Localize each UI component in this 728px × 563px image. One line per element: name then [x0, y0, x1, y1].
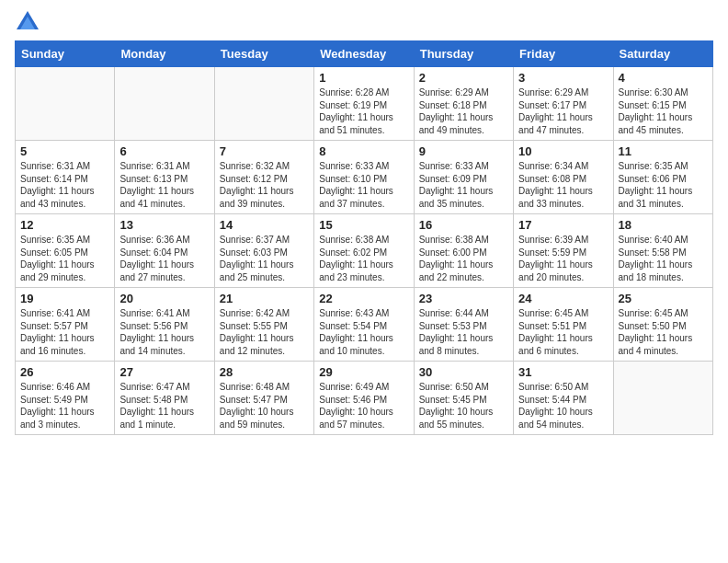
- column-header-thursday: Thursday: [414, 41, 513, 67]
- day-number: 10: [518, 144, 608, 158]
- day-number: 6: [119, 144, 209, 158]
- calendar-cell: 23Sunrise: 6:44 AMSunset: 5:53 PMDayligh…: [414, 288, 513, 362]
- day-number: 11: [619, 144, 708, 158]
- column-header-sunday: Sunday: [16, 41, 115, 67]
- calendar-cell: 8Sunrise: 6:33 AMSunset: 6:10 PMDaylight…: [314, 141, 414, 214]
- calendar-cell: [613, 362, 712, 435]
- calendar-cell: 17Sunrise: 6:39 AMSunset: 5:59 PMDayligh…: [514, 214, 613, 288]
- column-header-monday: Monday: [115, 41, 214, 67]
- day-info: Sunrise: 6:48 AMSunset: 5:47 PMDaylight:…: [220, 381, 309, 431]
- day-number: 28: [220, 365, 309, 379]
- calendar-cell: 30Sunrise: 6:50 AMSunset: 5:45 PMDayligh…: [414, 362, 513, 435]
- calendar-cell: 12Sunrise: 6:35 AMSunset: 6:05 PMDayligh…: [16, 214, 115, 288]
- day-info: Sunrise: 6:33 AMSunset: 6:09 PMDaylight:…: [419, 160, 508, 210]
- calendar-cell: [16, 67, 115, 141]
- column-header-saturday: Saturday: [613, 41, 712, 67]
- column-header-friday: Friday: [514, 41, 613, 67]
- day-info: Sunrise: 6:41 AMSunset: 5:57 PMDaylight:…: [20, 307, 109, 357]
- day-number: 1: [319, 71, 408, 85]
- day-number: 26: [20, 365, 109, 379]
- calendar-cell: [214, 67, 313, 141]
- day-number: 2: [419, 71, 508, 85]
- calendar-cell: 21Sunrise: 6:42 AMSunset: 5:55 PMDayligh…: [214, 288, 313, 362]
- day-info: Sunrise: 6:33 AMSunset: 6:10 PMDaylight:…: [319, 160, 408, 210]
- day-number: 5: [20, 144, 109, 158]
- day-info: Sunrise: 6:45 AMSunset: 5:50 PMDaylight:…: [619, 307, 708, 357]
- week-row-3: 12Sunrise: 6:35 AMSunset: 6:05 PMDayligh…: [16, 214, 713, 288]
- day-info: Sunrise: 6:41 AMSunset: 5:56 PMDaylight:…: [119, 307, 209, 357]
- day-number: 4: [619, 71, 708, 85]
- calendar-cell: 2Sunrise: 6:29 AMSunset: 6:18 PMDaylight…: [414, 67, 513, 141]
- day-number: 13: [119, 218, 209, 232]
- day-number: 30: [419, 365, 508, 379]
- day-number: 20: [119, 292, 209, 305]
- calendar-cell: 24Sunrise: 6:45 AMSunset: 5:51 PMDayligh…: [514, 288, 613, 362]
- calendar-cell: 18Sunrise: 6:40 AMSunset: 5:58 PMDayligh…: [613, 214, 712, 288]
- calendar-cell: 9Sunrise: 6:33 AMSunset: 6:09 PMDaylight…: [414, 141, 513, 214]
- calendar-cell: 16Sunrise: 6:38 AMSunset: 6:00 PMDayligh…: [414, 214, 513, 288]
- day-info: Sunrise: 6:50 AMSunset: 5:45 PMDaylight:…: [419, 381, 508, 431]
- day-info: Sunrise: 6:49 AMSunset: 5:46 PMDaylight:…: [319, 381, 408, 431]
- calendar-cell: 15Sunrise: 6:38 AMSunset: 6:02 PMDayligh…: [314, 214, 414, 288]
- day-number: 24: [518, 292, 608, 305]
- calendar-cell: 11Sunrise: 6:35 AMSunset: 6:06 PMDayligh…: [613, 141, 712, 214]
- day-info: Sunrise: 6:45 AMSunset: 5:51 PMDaylight:…: [518, 307, 608, 357]
- calendar-cell: 1Sunrise: 6:28 AMSunset: 6:19 PMDaylight…: [314, 67, 414, 141]
- calendar-cell: 29Sunrise: 6:49 AMSunset: 5:46 PMDayligh…: [314, 362, 414, 435]
- calendar-cell: 6Sunrise: 6:31 AMSunset: 6:13 PMDaylight…: [115, 141, 214, 214]
- calendar-cell: 19Sunrise: 6:41 AMSunset: 5:57 PMDayligh…: [16, 288, 115, 362]
- header: [15, 9, 713, 35]
- calendar-cell: 4Sunrise: 6:30 AMSunset: 6:15 PMDaylight…: [613, 67, 712, 141]
- day-number: 8: [319, 144, 408, 158]
- day-number: 16: [419, 218, 508, 232]
- calendar-cell: 7Sunrise: 6:32 AMSunset: 6:12 PMDaylight…: [214, 141, 313, 214]
- day-info: Sunrise: 6:28 AMSunset: 6:19 PMDaylight:…: [319, 86, 408, 136]
- day-info: Sunrise: 6:44 AMSunset: 5:53 PMDaylight:…: [419, 307, 508, 357]
- day-number: 9: [419, 144, 508, 158]
- day-info: Sunrise: 6:29 AMSunset: 6:18 PMDaylight:…: [419, 86, 508, 136]
- calendar-cell: 26Sunrise: 6:46 AMSunset: 5:49 PMDayligh…: [16, 362, 115, 435]
- day-info: Sunrise: 6:31 AMSunset: 6:13 PMDaylight:…: [119, 160, 209, 210]
- day-number: 7: [220, 144, 309, 158]
- calendar-cell: 5Sunrise: 6:31 AMSunset: 6:14 PMDaylight…: [16, 141, 115, 214]
- day-info: Sunrise: 6:38 AMSunset: 6:00 PMDaylight:…: [419, 234, 508, 283]
- day-info: Sunrise: 6:40 AMSunset: 5:58 PMDaylight:…: [619, 234, 708, 283]
- day-info: Sunrise: 6:42 AMSunset: 5:55 PMDaylight:…: [220, 307, 309, 357]
- calendar-cell: 27Sunrise: 6:47 AMSunset: 5:48 PMDayligh…: [115, 362, 214, 435]
- day-number: 22: [319, 292, 408, 305]
- week-row-1: 1Sunrise: 6:28 AMSunset: 6:19 PMDaylight…: [16, 67, 713, 141]
- day-info: Sunrise: 6:35 AMSunset: 6:06 PMDaylight:…: [619, 160, 708, 210]
- column-header-tuesday: Tuesday: [214, 41, 313, 67]
- day-number: 12: [20, 218, 109, 232]
- calendar-cell: 25Sunrise: 6:45 AMSunset: 5:50 PMDayligh…: [613, 288, 712, 362]
- day-number: 27: [119, 365, 209, 379]
- day-number: 18: [619, 218, 708, 232]
- week-row-2: 5Sunrise: 6:31 AMSunset: 6:14 PMDaylight…: [16, 141, 713, 214]
- day-number: 17: [518, 218, 608, 232]
- day-info: Sunrise: 6:34 AMSunset: 6:08 PMDaylight:…: [518, 160, 608, 210]
- day-info: Sunrise: 6:47 AMSunset: 5:48 PMDaylight:…: [119, 381, 209, 431]
- day-number: 15: [319, 218, 408, 232]
- day-info: Sunrise: 6:31 AMSunset: 6:14 PMDaylight:…: [20, 160, 109, 210]
- calendar-cell: 28Sunrise: 6:48 AMSunset: 5:47 PMDayligh…: [214, 362, 313, 435]
- day-info: Sunrise: 6:32 AMSunset: 6:12 PMDaylight:…: [220, 160, 309, 210]
- day-number: 3: [518, 71, 608, 85]
- calendar-cell: 20Sunrise: 6:41 AMSunset: 5:56 PMDayligh…: [115, 288, 214, 362]
- calendar-header-row: SundayMondayTuesdayWednesdayThursdayFrid…: [16, 41, 713, 67]
- logo-icon: [15, 9, 40, 35]
- day-number: 25: [619, 292, 708, 305]
- calendar-cell: 22Sunrise: 6:43 AMSunset: 5:54 PMDayligh…: [314, 288, 414, 362]
- day-info: Sunrise: 6:30 AMSunset: 6:15 PMDaylight:…: [619, 86, 708, 136]
- column-header-wednesday: Wednesday: [314, 41, 414, 67]
- calendar-cell: 14Sunrise: 6:37 AMSunset: 6:03 PMDayligh…: [214, 214, 313, 288]
- day-info: Sunrise: 6:50 AMSunset: 5:44 PMDaylight:…: [518, 381, 608, 431]
- day-number: 31: [518, 365, 608, 379]
- day-number: 29: [319, 365, 408, 379]
- day-number: 19: [20, 292, 109, 305]
- day-number: 23: [419, 292, 508, 305]
- day-info: Sunrise: 6:35 AMSunset: 6:05 PMDaylight:…: [20, 234, 109, 283]
- day-info: Sunrise: 6:46 AMSunset: 5:49 PMDaylight:…: [20, 381, 109, 431]
- calendar-cell: 31Sunrise: 6:50 AMSunset: 5:44 PMDayligh…: [514, 362, 613, 435]
- calendar-cell: 3Sunrise: 6:29 AMSunset: 6:17 PMDaylight…: [514, 67, 613, 141]
- calendar-cell: [115, 67, 214, 141]
